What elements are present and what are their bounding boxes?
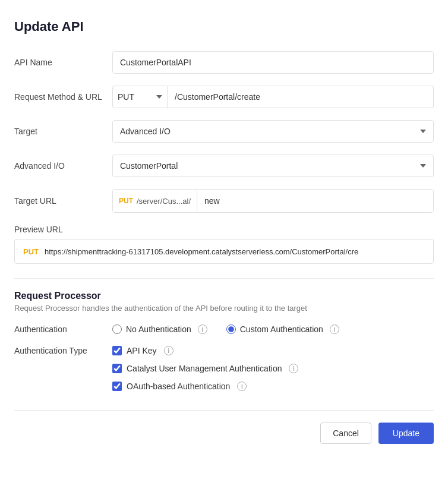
- api-name-input[interactable]: [112, 51, 434, 74]
- footer-actions: Cancel Update: [14, 410, 434, 444]
- request-method-url-row: Request Method & URL GET POST PUT DELETE…: [14, 86, 434, 108]
- catalyst-user-mgmt-checkbox[interactable]: [112, 364, 122, 373]
- oauth-info-icon[interactable]: i: [237, 382, 247, 391]
- custom-auth-info-icon[interactable]: i: [330, 324, 339, 334]
- request-processor-desc: Request Processor handles the authentica…: [14, 304, 434, 313]
- target-url-path: /server/Cus...al/: [137, 197, 191, 206]
- advanced-io-select[interactable]: CustomerPortal: [112, 155, 434, 177]
- advanced-io-label: Advanced I/O: [14, 161, 112, 171]
- target-label: Target: [14, 127, 112, 136]
- auth-type-row: Authentication Type API Key i Catalyst U…: [14, 346, 434, 391]
- preview-url-text: https://shipmenttracking-61317105.develo…: [45, 247, 358, 256]
- target-url-suffix-input[interactable]: [197, 190, 433, 212]
- cancel-button[interactable]: Cancel: [320, 423, 371, 444]
- target-url-label: Target URL: [14, 196, 112, 206]
- auth-label: Authentication: [14, 324, 112, 334]
- oauth-option[interactable]: OAuth-based Authentication i: [112, 382, 434, 391]
- section-divider: [14, 278, 434, 279]
- url-input[interactable]: [168, 86, 434, 108]
- advanced-io-row: Advanced I/O CustomerPortal: [14, 155, 434, 177]
- radio-group: No Authentication i Custom Authenticatio…: [112, 324, 434, 334]
- update-button[interactable]: Update: [378, 423, 434, 444]
- target-put-badge: PUT: [119, 197, 133, 205]
- request-processor-title: Request Processor: [14, 291, 434, 301]
- api-key-info-icon[interactable]: i: [164, 346, 173, 355]
- api-name-label: API Name: [14, 58, 112, 67]
- request-processor-section: Request Processor Request Processor hand…: [14, 291, 434, 391]
- no-auth-label: No Authentication: [126, 324, 191, 334]
- target-select[interactable]: Advanced I/O Function Basic I/O: [112, 120, 434, 143]
- api-name-row: API Name: [14, 51, 434, 74]
- no-auth-radio[interactable]: [112, 324, 122, 334]
- method-select[interactable]: GET POST PUT DELETE PATCH: [112, 86, 168, 108]
- oauth-checkbox[interactable]: [112, 382, 122, 391]
- target-row: Target Advanced I/O Function Basic I/O: [14, 120, 434, 143]
- preview-url-section: Preview URL PUT https://shipmenttracking…: [14, 225, 434, 264]
- custom-auth-label: Custom Authentication: [240, 324, 323, 334]
- page-title: Update API: [14, 19, 434, 34]
- api-key-option[interactable]: API Key i: [112, 346, 434, 355]
- authentication-row: Authentication No Authentication i Custo…: [14, 324, 434, 334]
- api-key-label: API Key: [127, 346, 157, 355]
- no-auth-option[interactable]: No Authentication i: [112, 324, 207, 334]
- preview-put-badge: PUT: [23, 247, 39, 256]
- preview-url-box: PUT https://shipmenttracking-61317105.de…: [14, 239, 434, 264]
- preview-url-label: Preview URL: [14, 225, 434, 234]
- custom-auth-option[interactable]: Custom Authentication i: [226, 324, 339, 334]
- no-auth-info-icon[interactable]: i: [198, 324, 207, 334]
- target-url-row: Target URL PUT /server/Cus...al/: [14, 189, 434, 213]
- auth-type-label: Authentication Type: [14, 346, 112, 355]
- request-method-label: Request Method & URL: [14, 92, 112, 102]
- custom-auth-radio[interactable]: [226, 324, 236, 334]
- catalyst-user-mgmt-option[interactable]: Catalyst User Management Authentication …: [112, 364, 434, 373]
- catalyst-user-mgmt-label: Catalyst User Management Authentication: [127, 364, 282, 373]
- api-key-checkbox[interactable]: [112, 346, 122, 355]
- target-url-group: PUT /server/Cus...al/: [112, 189, 434, 213]
- target-url-prefix: PUT /server/Cus...al/: [113, 190, 197, 212]
- catalyst-user-mgmt-info-icon[interactable]: i: [289, 364, 298, 373]
- oauth-label: OAuth-based Authentication: [127, 382, 230, 391]
- checkbox-group: API Key i Catalyst User Management Authe…: [112, 346, 434, 391]
- method-url-group: GET POST PUT DELETE PATCH: [112, 86, 434, 108]
